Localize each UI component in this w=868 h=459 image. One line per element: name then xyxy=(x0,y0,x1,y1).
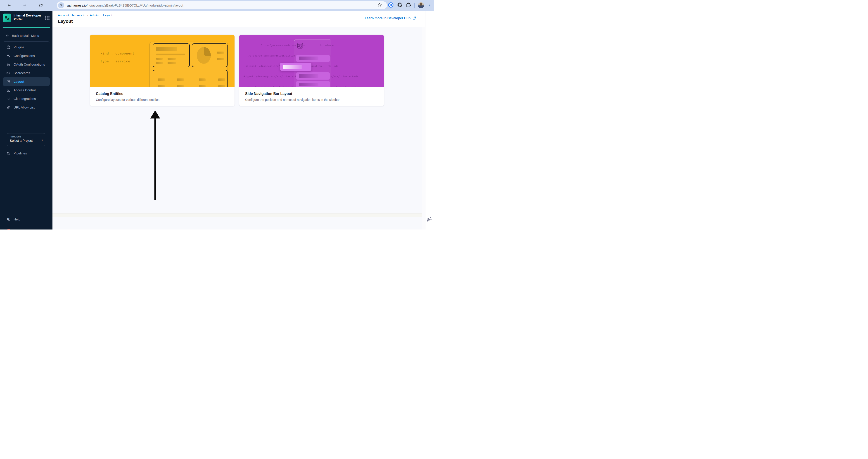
learn-more-label: Learn more in Developer Hub xyxy=(365,16,410,20)
browser-menu-button[interactable]: ⋮ xyxy=(427,3,431,8)
brand: Internal Developer Portal xyxy=(3,13,42,22)
back-arrow-icon xyxy=(5,34,10,38)
card-title: Catalog Entities xyxy=(96,92,229,96)
sidebar-item-configurations[interactable]: Configurations xyxy=(3,52,50,60)
pie-chart-graphic xyxy=(197,47,211,64)
puzzle-icon xyxy=(6,45,11,50)
lock-icon xyxy=(6,62,11,67)
breadcrumb-account[interactable]: Account: Harness.io xyxy=(58,13,85,17)
content-footer-band xyxy=(53,213,422,217)
card-description: Configure layouts for various different … xyxy=(96,98,229,101)
gears-icon xyxy=(6,54,11,58)
page-header: Account: Harness.io › Admin › Layout Lay… xyxy=(53,11,425,27)
side-navigation-layout-card[interactable]: /drone/go-scm/scm/driver/gitee ok /drone… xyxy=(239,35,384,106)
spinner-extension-icon[interactable] xyxy=(397,2,403,9)
sidebar-item-label: Plugins xyxy=(13,45,24,49)
help-chat-icon: ? xyxy=(6,217,11,222)
toolbar-separator xyxy=(414,3,415,8)
screen: qa.harness.io/ng/account/zEaak-FLS425IEO… xyxy=(0,0,434,230)
sidebar-item-oauth-configurations[interactable]: OAuth Configurations xyxy=(3,60,50,69)
browser-back-button[interactable] xyxy=(5,2,13,9)
bookmark-star-button[interactable] xyxy=(377,2,382,8)
sidebar-item-label: OAuth Configurations xyxy=(13,63,45,66)
catalog-entities-card[interactable]: kind : component type : service xyxy=(90,35,235,106)
sidebar-item-label: Pipelines xyxy=(13,152,27,155)
url-text: qa.harness.io/ng/account/zEaak-FLS425IEO… xyxy=(67,4,183,7)
breadcrumb-admin[interactable]: Admin xyxy=(90,13,98,17)
right-gutter xyxy=(425,11,434,230)
breadcrumb: Account: Harness.io › Admin › Layout xyxy=(58,13,112,17)
password-manager-extension-icon[interactable] xyxy=(388,2,394,9)
sidenav-illustration: /drone/go-scm/scm/driver/gitee ok /drone… xyxy=(239,35,384,87)
branch-arrows-icon xyxy=(6,97,11,101)
sidebar-item-label: URL Allow List xyxy=(13,106,35,109)
back-label: Back to Main Menu xyxy=(12,34,39,37)
sidebar-item-label: Access Control xyxy=(13,89,36,92)
below-footer-area xyxy=(53,217,422,230)
card-description: Configure the position and names of navi… xyxy=(245,98,378,101)
sidebar-item-label: Help xyxy=(13,218,20,221)
extensions-puzzle-button[interactable] xyxy=(406,2,411,9)
browser-toolbar: qa.harness.io/ng/account/zEaak-FLS425IEO… xyxy=(0,0,434,11)
card-body: Side Navigation Bar Layout Configure the… xyxy=(239,87,384,101)
catalog-illustration: kind : component type : service xyxy=(90,35,235,87)
tune-icon xyxy=(60,4,63,7)
browser-profile-avatar[interactable] xyxy=(418,2,424,8)
url-host: qa.harness.io xyxy=(67,4,87,7)
page-title: Layout xyxy=(58,19,73,24)
sidebar-item-access-control[interactable]: Access Control xyxy=(3,86,50,95)
mock-card-pie xyxy=(192,43,227,67)
card-body: Catalog Entities Configure layouts for v… xyxy=(90,87,235,101)
sidebar-item-plugins[interactable]: Plugins xyxy=(3,43,50,52)
app-grid-button[interactable] xyxy=(45,15,50,21)
back-arrow-icon xyxy=(7,3,11,8)
url-bar[interactable]: qa.harness.io/ng/account/zEaak-FLS425IEO… xyxy=(57,1,387,9)
puzzle-icon xyxy=(406,2,411,8)
sidebar-item-label: Configurations xyxy=(13,54,35,58)
scorecard-icon xyxy=(6,71,11,75)
sidebar-item-label: Git Integrations xyxy=(13,97,36,101)
sidebar-item-layout[interactable]: Layout xyxy=(3,77,50,86)
site-settings-button[interactable] xyxy=(58,2,64,8)
sidebar-item-scorecards[interactable]: Scorecards xyxy=(3,69,50,77)
browser-reload-button[interactable] xyxy=(37,2,44,9)
mock-menu-item xyxy=(296,81,330,87)
learn-more-link[interactable]: Learn more in Developer Hub xyxy=(365,16,416,20)
sidebar-item-git-integrations[interactable]: Git Integrations xyxy=(3,95,50,103)
breadcrumb-layout[interactable]: Layout xyxy=(103,13,113,17)
external-link-icon xyxy=(412,16,416,20)
sidebar: Internal Developer Portal Back to Main M… xyxy=(0,11,53,230)
forward-arrow-icon xyxy=(23,3,27,8)
mock-harness-logo xyxy=(297,42,303,49)
chevron-right-icon: › xyxy=(41,138,43,142)
back-to-main-menu[interactable]: Back to Main Menu xyxy=(3,32,50,39)
chat-bubbles-icon xyxy=(426,216,433,222)
mock-card-left xyxy=(153,43,190,67)
sidebar-item-label: Layout xyxy=(13,80,24,84)
sidebar-item-pipelines[interactable]: Pipelines xyxy=(3,149,50,158)
mock-menu-item xyxy=(296,55,330,62)
browser-forward-button[interactable] xyxy=(21,2,29,9)
scrollbar-track[interactable] xyxy=(422,27,425,230)
chevron-separator: › xyxy=(87,13,88,17)
sidebar-nav: Plugins Configurations OAuth Configurati… xyxy=(3,43,50,112)
star-icon xyxy=(377,2,382,7)
person-icon xyxy=(6,88,11,93)
chat-support-button[interactable] xyxy=(426,216,433,222)
sidebar-item-label: Scorecards xyxy=(13,71,30,75)
browser-extensions-area: ⋮ xyxy=(388,0,434,11)
app-title: Internal Developer Portal xyxy=(13,13,42,22)
harness-idp-logo xyxy=(3,13,11,22)
help-nav: ? Help xyxy=(3,215,50,224)
project-selector[interactable]: PROJECT Select a Project › xyxy=(7,133,45,146)
kind-label: kind : component xyxy=(100,52,134,55)
sidebar-item-help[interactable]: ? Help xyxy=(3,215,50,224)
sidebar-item-url-allow-list[interactable]: URL Allow List xyxy=(3,103,50,112)
card-title: Side Navigation Bar Layout xyxy=(245,92,378,96)
pipelines-nav: Pipelines xyxy=(3,149,50,158)
reload-icon xyxy=(39,3,43,8)
user-account[interactable]: HM Himanshu Mishra xyxy=(3,227,50,230)
mock-table xyxy=(153,70,227,87)
user-avatar: HM xyxy=(6,229,11,230)
url-path: /ng/account/zEaak-FLS425IEO7OLzMUg/modul… xyxy=(87,4,183,7)
